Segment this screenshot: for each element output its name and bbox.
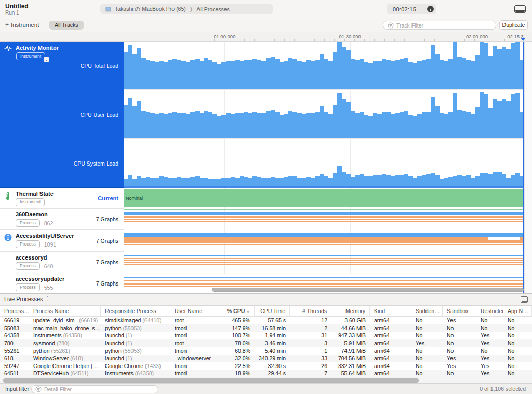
add-instrument-button[interactable]: +Instrument [5, 21, 39, 29]
chart-bar [391, 114, 395, 138]
column-header-resp[interactable]: Responsible Process [101, 306, 170, 316]
playhead-line[interactable] [523, 42, 524, 293]
track-display-mode[interactable]: Current [98, 195, 118, 201]
process-track-graph[interactable] [124, 230, 524, 252]
cell-sudden: No [411, 355, 443, 361]
process-table-row[interactable]: 618WindowServer (618)launchd (1)_windows… [0, 355, 532, 362]
chart-bar [208, 179, 213, 186]
graph-stripe [488, 237, 520, 240]
graph-stripe [124, 277, 524, 278]
chart-bar [320, 174, 324, 186]
timeline-ruler[interactable]: 01:00.00001:30.00002:00.00002:15.3 [0, 32, 532, 42]
chart-bar [426, 112, 431, 138]
process-track-graph[interactable] [124, 209, 524, 230]
column-header-threads[interactable]: # Threads [290, 306, 331, 316]
detail-view-selector[interactable]: Live Processes ⌃⌄ [4, 296, 49, 302]
sidebar-item-activity-monitor[interactable]: Activity Monitor Instrument ⌄ CPU Total … [0, 42, 124, 188]
process-table-row[interactable]: 55261python (55261)python (55053)tmori60… [0, 347, 532, 355]
all-tracks-button[interactable]: All Tracks [49, 21, 84, 30]
duplicate-button[interactable]: Duplicate [499, 20, 528, 30]
sidebar-item-process-accessoryupdater[interactable]: accessoryupdater Process555 7 Graphs [0, 273, 124, 293]
column-header-memory[interactable]: Memory [331, 306, 370, 316]
cpu-total-load-chart[interactable] [124, 42, 524, 90]
track-filter-input[interactable]: Track Filter [383, 21, 496, 30]
chart-bar [431, 45, 435, 89]
column-header-restricted[interactable]: Restricted [476, 306, 503, 316]
info-icon[interactable]: i [427, 6, 434, 12]
table-horizontal-scrollbar[interactable] [0, 377, 532, 383]
column-header-user[interactable]: User Name [170, 306, 222, 316]
sidebar-item-process-accessoryd[interactable]: accessoryd Process640 7 Graphs [0, 252, 124, 273]
sidebar-item-process-360daemon[interactable]: 360Daemon Process862 7 Graphs [0, 209, 124, 230]
column-header-time[interactable]: CPU Time [255, 306, 290, 316]
column-header-cpu[interactable]: % CPU⌄ [222, 306, 255, 316]
chart-bar [141, 58, 146, 89]
chart-bar [244, 112, 248, 138]
process-table-row[interactable]: 59247Google Chrome Helper (…Google Chrom… [0, 362, 532, 370]
chart-bar [408, 62, 413, 89]
chart-bar [417, 114, 422, 138]
column-header-sandbox[interactable]: Sandbox [443, 306, 476, 316]
chart-bar [280, 115, 284, 138]
process-table-row[interactable]: 64511DTServiceHub (64511)Instruments (64… [0, 370, 532, 377]
chart-bar [360, 174, 364, 186]
chart-bar [204, 111, 208, 138]
cell-threads: 3 [290, 340, 331, 346]
column-header-sudden[interactable]: Sudden… [411, 306, 443, 316]
chart-bar [288, 176, 293, 186]
detail-filter-input[interactable]: Detail Filter [31, 385, 158, 393]
column-header-app[interactable]: App N… [503, 306, 532, 316]
cell-time: 3.46 min [255, 340, 290, 346]
column-header-pid[interactable]: Process… [0, 306, 29, 316]
graph-count: 7 Graphs [96, 259, 118, 265]
cpu-user-load-chart[interactable] [124, 90, 524, 139]
track-plots: Nominal [124, 42, 524, 293]
cell-kind: arm64 [370, 348, 411, 354]
graph-stripe [124, 212, 524, 215]
playhead-marker-icon[interactable] [521, 38, 526, 41]
thermal-state-band[interactable]: Nominal [124, 189, 524, 207]
process-table-row[interactable]: 55083mac-main_hako_drone_s…python (55053… [0, 324, 532, 332]
detail-pane-layout-icon[interactable] [521, 296, 528, 303]
chart-bar [435, 54, 440, 89]
cell-sandbox: No [443, 332, 476, 338]
process-table-row[interactable]: 66619update_dyld_sim_ (66619)simdiskimag… [0, 317, 532, 324]
process-table-row[interactable]: 64358Instruments (64358)launchd (1)tmori… [0, 332, 532, 339]
sidebar-item-process-accessibilityuiserver[interactable]: AccessibilityUIServer Process1091 7 Grap… [0, 230, 124, 252]
ruler-time-label: 01:30.000 [339, 34, 361, 39]
chart-bar [164, 177, 168, 186]
tracks-horizontal-scrollbar[interactable] [124, 288, 524, 292]
chart-bar [417, 176, 422, 186]
process-track-graph[interactable] [124, 252, 524, 273]
chart-bar [204, 58, 208, 89]
process-table-row[interactable]: 780sysmond (780)launchd (1)root78.0%3.46… [0, 339, 532, 347]
instruments-window: Untitled Run 1 Takashi の MacBook Pro (65… [0, 0, 532, 394]
cell-cpu: 100.7% [222, 332, 255, 338]
column-header-name[interactable]: Process Name [29, 306, 101, 316]
chart-bar [221, 62, 226, 89]
bottom-pane-toggle-icon[interactable] [514, 5, 526, 13]
chart-bar [435, 106, 440, 138]
column-header-kind[interactable]: Kind [370, 306, 411, 316]
chart-bar [506, 101, 511, 138]
process-pid: 555 [44, 284, 54, 291]
cell-name: python (55261) [29, 348, 101, 354]
chart-bar [159, 61, 164, 89]
cell-restricted: Yes [476, 370, 503, 376]
cpu-system-load-chart[interactable] [124, 139, 524, 186]
subtrack-label-cpu-system: CPU System Load [74, 160, 118, 167]
chart-bar [275, 112, 280, 138]
scrollbar-thumb[interactable] [212, 288, 524, 292]
sidebar-item-thermal-state[interactable]: Thermal State Instrument Current [0, 188, 124, 209]
chart-bar [373, 113, 378, 138]
chart-bar [280, 62, 284, 89]
scrollbar-thumb[interactable] [3, 378, 419, 383]
chart-bar [284, 177, 288, 186]
target-device-selector[interactable]: Takashi の MacBook Pro (65) ❭ All Process… [100, 4, 273, 14]
chevron-down-icon[interactable]: ⌄ [44, 57, 49, 62]
graph-count: 7 Graphs [96, 238, 118, 244]
cell-app: No [503, 363, 532, 369]
cell-cpu: 147.9% [222, 325, 255, 331]
graph-count: 7 Graphs [96, 216, 118, 222]
cell-time: 29.44 s [255, 370, 290, 376]
